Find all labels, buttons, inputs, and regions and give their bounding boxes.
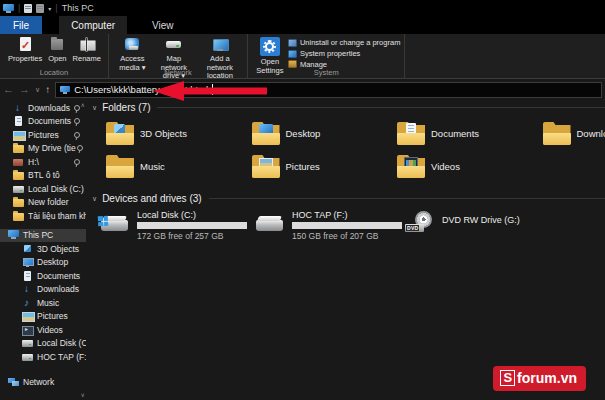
back-icon[interactable]: ← (3, 84, 14, 95)
qat-properties-icon[interactable] (24, 4, 32, 13)
devices-section-header[interactable]: ∨ Devices and drives (3) (92, 192, 605, 205)
ribbon-group-network: Access media ▾ Map network drive ▾ Add a… (109, 34, 248, 78)
open-button[interactable]: Open (46, 36, 68, 65)
sidebar-item-documents[interactable]: Documents (0, 269, 86, 283)
content-area: ∧ ∨ Downloads Documents Pictures My Driv… (0, 99, 605, 400)
folder-icon-videos (397, 155, 425, 178)
sidebar-item-hoc-tap-f[interactable]: HOC TAP (F:) (0, 350, 86, 364)
chevron-down-icon[interactable]: ∨ (92, 195, 97, 203)
sidebar-item-downloads-pinned[interactable]: Downloads (0, 101, 86, 115)
sidebar-item-h-drive[interactable]: H:\ (0, 155, 86, 169)
tab-computer[interactable]: Computer (59, 16, 127, 34)
sidebar-item-videos[interactable]: Videos (0, 323, 86, 337)
sidebar-item-local-disk-c-pinned[interactable]: Local Disk (C:) (0, 182, 86, 196)
section-divider (209, 198, 605, 199)
system-properties-button[interactable]: System properties (288, 49, 400, 59)
folder-tile-videos[interactable]: Videos (397, 150, 543, 183)
sidebar-item-downloads[interactable]: Downloads (0, 283, 86, 297)
qat-dropdown-icon[interactable]: ▾ (48, 5, 51, 12)
rename-icon (78, 37, 96, 53)
pin-icon (73, 117, 79, 125)
sidebar-item-label: Pictures (28, 130, 59, 140)
network-icon (8, 377, 19, 387)
folder-label: Downloads (577, 128, 605, 139)
sidebar-item-pictures-pinned[interactable]: Pictures (0, 128, 86, 142)
folder-tile-desktop[interactable]: Desktop (252, 117, 398, 150)
title-bar: | ▾ | This PC (0, 0, 605, 16)
sidebar-item-3d-objects[interactable]: 3D Objects (0, 242, 86, 256)
sidebar-item-label: New folder (28, 197, 69, 207)
folder-tile-pictures[interactable]: Pictures (252, 150, 398, 183)
tab-view[interactable]: View (140, 16, 186, 34)
download-icon (22, 284, 33, 294)
sidebar-item-label: Network (23, 377, 54, 387)
up-icon[interactable]: ↑ (45, 85, 50, 95)
sidebar-scroll-down-icon[interactable]: ∨ (81, 391, 85, 398)
rename-button[interactable]: Rename (71, 36, 103, 65)
sforum-logo-s: S (500, 370, 515, 386)
folder-tile-music[interactable]: Music (106, 150, 252, 183)
ribbon: Properties Open Rename Location Access m… (0, 34, 605, 79)
folder-tile-downloads[interactable]: Downloads (543, 117, 605, 150)
sidebar-item-pictures[interactable]: Pictures (0, 310, 86, 324)
sidebar-item-new-folder[interactable]: New folder (0, 196, 86, 210)
gear-icon (265, 42, 274, 51)
properties-icon (16, 37, 34, 53)
qat-new-folder-icon[interactable] (36, 4, 44, 13)
folder-tile-3d-objects[interactable]: 3D Objects (106, 117, 252, 150)
folder-icon-music (106, 155, 134, 178)
properties-button[interactable]: Properties (6, 36, 44, 65)
sidebar-item-this-pc[interactable]: This PC (0, 229, 86, 243)
sidebar-item-network[interactable]: Network (0, 376, 86, 390)
drive-tile-hoc-tap-f[interactable]: HOC TAP (F:) 150 GB free of 207 GB (255, 209, 405, 241)
folder-icon (13, 170, 24, 180)
drive-icon (22, 338, 33, 348)
uninstall-program-button[interactable]: Uninstall or change a program (288, 38, 400, 48)
sidebar-item-label: HOC TAP (F:) (37, 352, 86, 362)
folders-section-header[interactable]: ∨ Folders (7) (92, 101, 605, 114)
sidebar-item-btl-o-to[interactable]: BTL ô tô (0, 169, 86, 183)
sidebar-item-documents-pinned[interactable]: Documents (0, 115, 86, 129)
sidebar-item-label: H:\ (28, 157, 39, 167)
chevron-down-icon[interactable]: ∨ (92, 104, 97, 112)
this-pc-mini-icon (60, 86, 70, 94)
address-input[interactable]: C:\Users\kkk\battery-report.html (55, 82, 602, 98)
system-group-label: System (248, 68, 404, 77)
drive-name: DVD RW Drive (G:) (442, 215, 520, 225)
drives-grid: Local Disk (C:) 172 GB free of 257 GB HO… (100, 209, 605, 241)
sidebar-item-label: Documents (37, 271, 80, 281)
download-icon (13, 103, 24, 113)
pin-icon (73, 104, 79, 112)
tab-file[interactable]: File (0, 16, 42, 34)
sidebar-item-local-disk-c[interactable]: Local Disk (C:) (0, 337, 86, 351)
ribbon-group-system: Open Settings Uninstall or change a prog… (248, 34, 405, 78)
drive-icon (22, 352, 33, 362)
picture-icon (22, 311, 33, 321)
hard-drive-icon (100, 213, 130, 235)
recent-dropdown-icon[interactable]: ∨ (35, 86, 40, 93)
properties-label: Properties (8, 55, 42, 64)
sidebar-item-desktop[interactable]: Desktop (0, 256, 86, 270)
forward-icon[interactable]: → (19, 84, 30, 95)
sidebar-item-music[interactable]: Music (0, 296, 86, 310)
dvd-badge: DVD (406, 225, 419, 231)
location-group-label: Location (0, 68, 108, 77)
folder-tile-documents[interactable]: Documents (397, 117, 543, 150)
folders-grid: 3D Objects Desktop Documents Downloads M… (106, 117, 605, 183)
drive-tile-dvd-rw-g[interactable]: DVD DVD RW Drive (G:) (405, 209, 605, 241)
sidebar-scroll-up-icon[interactable]: ∧ (81, 101, 85, 108)
sidebar-item-my-drive[interactable]: My Drive (tie (0, 142, 86, 156)
folder-label: Pictures (286, 161, 320, 172)
sidebar-item-tai-lieu-tham-khao[interactable]: Tài liệu tham kh (0, 209, 86, 223)
system-properties-label: System properties (300, 49, 360, 59)
titlebar-separator: | (18, 3, 20, 13)
folder-icon-downloads (543, 122, 571, 145)
folder-icon (13, 143, 24, 153)
this-pc-icon (8, 230, 19, 240)
cube-icon (22, 244, 33, 254)
folder-icon-desktop (252, 122, 280, 145)
sidebar-item-label: Documents (28, 116, 71, 126)
annotation-arrow-icon (153, 80, 267, 102)
drive-tile-local-disk-c[interactable]: Local Disk (C:) 172 GB free of 257 GB (100, 209, 255, 241)
folder-label: Documents (431, 128, 479, 139)
